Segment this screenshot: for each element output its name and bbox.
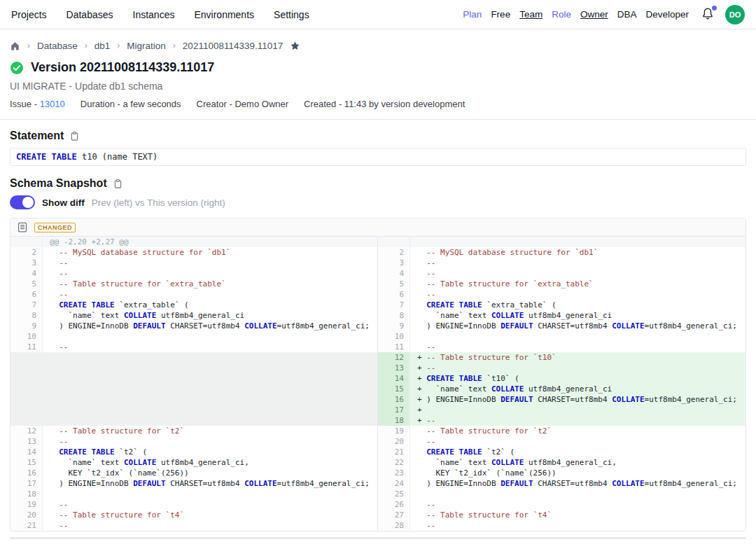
line-number: 20 xyxy=(378,436,410,447)
line-number: 25 xyxy=(378,489,410,499)
diff-line-code xyxy=(43,352,377,426)
diff-line-code: KEY `t2_idx` (`name`(256)) xyxy=(410,468,746,478)
code-segment: -- Table structure for `extra_table` xyxy=(417,279,594,289)
diff-line-code: -- xyxy=(410,520,746,531)
diff-line-code: -- xyxy=(43,342,377,352)
diff-line: 5 -- Table structure for `extra_table` xyxy=(378,279,746,289)
nav-item-databases[interactable]: Databases xyxy=(66,9,113,20)
diff-line-code: -- xyxy=(410,258,746,268)
diff-line: 13+ -- xyxy=(378,363,746,373)
code-segment: -- xyxy=(417,342,436,352)
avatar[interactable]: DO xyxy=(725,5,745,25)
line-number: 24 xyxy=(378,478,410,489)
diff-line: 17+ xyxy=(378,405,746,415)
code-segment: DEFAULT xyxy=(133,321,165,331)
diff-line: 6 -- xyxy=(10,289,377,300)
changed-badge: CHANGED xyxy=(34,223,76,232)
diff-line: 28 -- xyxy=(378,520,746,531)
code-segment: -- xyxy=(50,269,69,278)
meta-label: Created - 11:43 by version development xyxy=(304,99,465,109)
diff-line: 13 -- xyxy=(10,436,377,447)
show-diff-label: Show diff xyxy=(42,197,85,208)
diff-line: 5 -- Table structure for `extra_table` xyxy=(10,279,377,289)
diff-line-code: -- xyxy=(43,499,377,510)
code-segment: -- xyxy=(417,437,436,446)
code-segment: `t2` ( xyxy=(115,447,147,457)
code-segment: COLLATE xyxy=(244,321,276,331)
code-segment: -- MySQL database structure for `db1` xyxy=(50,248,230,257)
horizontal-scrollbar[interactable] xyxy=(10,537,746,539)
diff-line: 14 CREATE TABLE `t2` ( xyxy=(10,447,377,457)
line-number: 9 xyxy=(10,321,43,331)
line-number: 6 xyxy=(10,289,43,300)
code-segment: CREATE TABLE xyxy=(426,374,482,383)
line-number: 18 xyxy=(10,489,43,499)
diff-line-code: CREATE TABLE `extra_table` ( xyxy=(43,300,377,310)
breadcrumb-item-1[interactable]: Database xyxy=(37,41,78,51)
code-segment: KEY `t2_idx` (`name`(256)) xyxy=(50,468,189,478)
code-segment: + xyxy=(417,363,426,373)
code-segment xyxy=(50,447,59,457)
home-icon[interactable] xyxy=(10,41,20,51)
schema-diff-panel: CHANGED @@ -2,20 +2,27 @@2 -- MySQL data… xyxy=(10,218,746,531)
check-circle-icon xyxy=(10,61,24,75)
nav-right-owner[interactable]: Owner xyxy=(580,9,608,20)
nav-item-settings[interactable]: Settings xyxy=(274,9,309,20)
diff-line: 24 ) ENGINE=InnoDB DEFAULT CHARSET=utf8m… xyxy=(378,478,746,489)
show-diff-toggle[interactable] xyxy=(10,195,35,209)
line-number: 2 xyxy=(10,247,43,258)
code-segment: -- xyxy=(426,363,435,373)
breadcrumb-item-3[interactable]: Migration xyxy=(127,41,166,51)
issue-link[interactable]: 13010 xyxy=(40,99,65,109)
diff-line-code: -- xyxy=(43,436,377,447)
diff-line-code xyxy=(410,489,746,499)
line-number: 14 xyxy=(378,373,410,384)
line-number: 12 xyxy=(378,352,410,363)
nav-right-team[interactable]: Team xyxy=(519,9,542,20)
diff-line-code: -- xyxy=(43,258,377,268)
code-segment: COLLATE xyxy=(612,479,644,488)
star-icon[interactable] xyxy=(290,41,300,51)
code-segment: + xyxy=(417,416,426,425)
notification-bell-button[interactable] xyxy=(701,7,716,22)
nav-item-projects[interactable]: Projects xyxy=(11,9,47,20)
diff-line: 7 CREATE TABLE `extra_table` ( xyxy=(10,300,377,310)
code-segment: -- xyxy=(417,290,436,299)
code-segment: `name` text xyxy=(50,311,124,320)
code-segment: `name` text xyxy=(417,458,491,467)
code-segment: ) ENGINE=InnoDB xyxy=(50,479,133,488)
diff-body: @@ -2,20 +2,27 @@2 -- MySQL database str… xyxy=(10,237,746,531)
nav-item-instances[interactable]: Instances xyxy=(133,9,175,20)
nav-right-role: Role xyxy=(552,9,571,20)
meta-item-1: Issue - 13010 xyxy=(10,99,65,109)
show-diff-row: Show diff Prev (left) vs This version (r… xyxy=(10,195,746,209)
line-number: 15 xyxy=(10,457,43,468)
breadcrumb: ›Database›db1›Migration›20211008114339.1… xyxy=(0,36,756,55)
code-segment: -- xyxy=(50,437,69,446)
code-segment: utf8mb4_general_ci, xyxy=(156,458,248,467)
diff-line-code: -- MySQL database structure for `db1` xyxy=(410,247,746,258)
line-number: 3 xyxy=(378,258,410,268)
code-segment: CHARSET=utf8mb4 xyxy=(533,321,612,331)
diff-line-code: `name` text COLLATE utf8mb4_general_ci, xyxy=(43,457,377,468)
diff-line-code: ) ENGINE=InnoDB DEFAULT CHARSET=utf8mb4 … xyxy=(43,321,377,331)
breadcrumb-item-2[interactable]: db1 xyxy=(94,41,111,51)
line-number xyxy=(10,352,43,426)
statement-heading-label: Statement xyxy=(10,130,64,142)
copy-icon[interactable] xyxy=(69,131,80,141)
statement-section-heading: Statement xyxy=(10,130,746,142)
line-number: 17 xyxy=(378,405,410,415)
line-number: 28 xyxy=(378,520,410,531)
line-number: 11 xyxy=(378,342,410,352)
notification-dot xyxy=(712,6,717,11)
statement-sql[interactable]: CREATE TABLE t10 (name TEXT) xyxy=(10,148,746,166)
nav-item-environments[interactable]: Environments xyxy=(194,9,254,20)
schema-snapshot-heading-label: Schema Snapshot xyxy=(10,177,107,190)
code-segment: CREATE TABLE xyxy=(426,300,482,310)
hunk-header-text: @@ -2,20 +2,27 @@ xyxy=(50,237,129,246)
line-number: 13 xyxy=(378,363,410,373)
copy-icon[interactable] xyxy=(113,179,123,189)
code-segment: COLLATE xyxy=(491,384,524,394)
code-segment: DEFAULT xyxy=(133,479,165,488)
code-segment: COLLATE xyxy=(612,395,644,404)
